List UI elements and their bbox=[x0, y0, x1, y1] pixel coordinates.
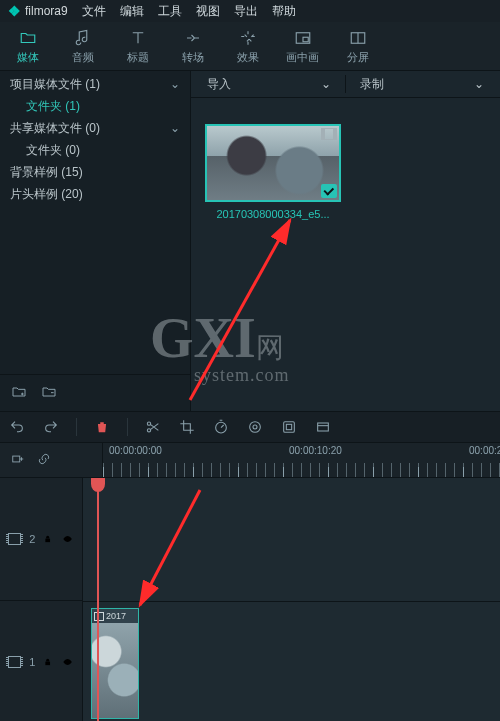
track-number: 2 bbox=[29, 533, 35, 545]
main-area: 项目媒体文件 (1) ⌄ 文件夹 (1) 共享媒体文件 (0) ⌄ 文件夹 (0… bbox=[0, 71, 500, 411]
sidebar-item-intro-samples[interactable]: 片头样例 (20) bbox=[0, 183, 190, 205]
sidebar-item-bg-samples[interactable]: 背景样例 (15) bbox=[0, 161, 190, 183]
sidebar-item-label: 文件夹 (1) bbox=[26, 98, 80, 115]
tab-transition[interactable]: 转场 bbox=[165, 22, 220, 70]
track-2-lane[interactable] bbox=[83, 478, 500, 602]
checkmark-icon bbox=[321, 184, 337, 198]
timeline-ruler[interactable]: 00:00:00:00 00:00:10:20 00:00:21: bbox=[103, 443, 500, 477]
export-clip-button[interactable] bbox=[314, 418, 332, 436]
eye-icon[interactable] bbox=[61, 657, 74, 667]
delete-button[interactable] bbox=[93, 418, 111, 436]
menu-file[interactable]: 文件 bbox=[82, 3, 106, 20]
tab-media[interactable]: 媒体 bbox=[0, 22, 55, 70]
tab-split[interactable]: 分屏 bbox=[330, 22, 385, 70]
media-area: 导入 ⌄ 录制 ⌄ 20170308000334_e5... bbox=[191, 71, 500, 411]
sidebar-item-folder2[interactable]: 文件夹 (0) bbox=[0, 139, 190, 161]
crop-button[interactable] bbox=[178, 418, 196, 436]
track-1-lane[interactable]: 2017 bbox=[83, 602, 500, 721]
speed-button[interactable] bbox=[212, 418, 230, 436]
transition-icon bbox=[183, 28, 203, 48]
folder-icon bbox=[18, 28, 38, 48]
separator bbox=[345, 75, 346, 93]
split-screen-icon bbox=[348, 28, 368, 48]
film-icon bbox=[8, 656, 21, 668]
chevron-down-icon: ⌄ bbox=[474, 77, 484, 91]
playhead[interactable] bbox=[97, 478, 99, 721]
undo-button[interactable] bbox=[8, 418, 26, 436]
tab-effect-label: 效果 bbox=[237, 50, 259, 65]
tab-pip[interactable]: 画中画 bbox=[275, 22, 330, 70]
menu-bar: ❖ filmora9 文件 编辑 工具 视图 导出 帮助 bbox=[0, 0, 500, 22]
split-button[interactable] bbox=[144, 418, 162, 436]
menu-tools[interactable]: 工具 bbox=[158, 3, 182, 20]
tab-media-label: 媒体 bbox=[17, 50, 39, 65]
menu-help[interactable]: 帮助 bbox=[272, 3, 296, 20]
sidebar-list: 项目媒体文件 (1) ⌄ 文件夹 (1) 共享媒体文件 (0) ⌄ 文件夹 (0… bbox=[0, 71, 190, 374]
music-note-icon bbox=[73, 28, 93, 48]
chevron-down-icon: ⌄ bbox=[170, 121, 180, 135]
timeline-header: 00:00:00:00 00:00:10:20 00:00:21: bbox=[0, 443, 500, 478]
eye-icon[interactable] bbox=[61, 534, 74, 544]
logo-icon: ❖ bbox=[8, 3, 21, 19]
pip-icon bbox=[293, 28, 313, 48]
new-folder-icon[interactable] bbox=[10, 384, 28, 403]
track-header-2[interactable]: 2 bbox=[0, 478, 82, 601]
svg-rect-14 bbox=[46, 662, 51, 666]
green-screen-button[interactable] bbox=[280, 418, 298, 436]
svg-point-13 bbox=[66, 538, 69, 541]
svg-rect-8 bbox=[284, 422, 295, 433]
timeline-toolbar bbox=[0, 411, 500, 443]
text-icon bbox=[128, 28, 148, 48]
svg-rect-11 bbox=[13, 456, 20, 462]
svg-point-7 bbox=[250, 422, 261, 433]
media-sidebar: 项目媒体文件 (1) ⌄ 文件夹 (1) 共享媒体文件 (0) ⌄ 文件夹 (0… bbox=[0, 71, 191, 411]
sidebar-item-label: 片头样例 (20) bbox=[10, 186, 83, 203]
sidebar-item-shared-media[interactable]: 共享媒体文件 (0) ⌄ bbox=[0, 117, 190, 139]
tab-pip-label: 画中画 bbox=[286, 50, 319, 65]
clip-label: 2017 bbox=[106, 611, 126, 621]
lock-icon[interactable] bbox=[43, 533, 52, 545]
timeline-left-header bbox=[0, 443, 103, 477]
filmstrip-icon bbox=[321, 128, 337, 140]
ruler-time-2: 00:00:21: bbox=[469, 445, 500, 456]
color-button[interactable] bbox=[246, 418, 264, 436]
tab-transition-label: 转场 bbox=[182, 50, 204, 65]
media-thumbnail[interactable]: 20170308000334_e5... bbox=[205, 124, 341, 220]
record-label: 录制 bbox=[360, 76, 384, 93]
tab-effect[interactable]: 效果 bbox=[220, 22, 275, 70]
redo-button[interactable] bbox=[42, 418, 60, 436]
tab-title[interactable]: 标题 bbox=[110, 22, 165, 70]
tab-split-label: 分屏 bbox=[347, 50, 369, 65]
svg-point-6 bbox=[253, 425, 257, 429]
track-lanes[interactable]: 2017 bbox=[83, 478, 500, 721]
ruler-time-0: 00:00:00:00 bbox=[109, 445, 162, 456]
track-header-1[interactable]: 1 bbox=[0, 601, 82, 721]
sidebar-item-folder-selected[interactable]: 文件夹 (1) bbox=[0, 95, 190, 117]
svg-rect-9 bbox=[286, 424, 291, 429]
tab-audio[interactable]: 音频 bbox=[55, 22, 110, 70]
import-dropdown[interactable]: 导入 ⌄ bbox=[197, 74, 341, 94]
sidebar-item-project-media[interactable]: 项目媒体文件 (1) ⌄ bbox=[0, 73, 190, 95]
menu-view[interactable]: 视图 bbox=[196, 3, 220, 20]
film-icon bbox=[94, 612, 104, 621]
record-dropdown[interactable]: 录制 ⌄ bbox=[350, 74, 494, 94]
timeline-body: 2 1 2017 bbox=[0, 478, 500, 721]
sidebar-item-label: 背景样例 (15) bbox=[10, 164, 83, 181]
delete-folder-icon[interactable] bbox=[40, 384, 58, 403]
ruler-time-1: 00:00:10:20 bbox=[289, 445, 342, 456]
link-icon[interactable] bbox=[36, 452, 52, 469]
import-label: 导入 bbox=[207, 76, 231, 93]
tab-audio-label: 音频 bbox=[72, 50, 94, 65]
chevron-down-icon: ⌄ bbox=[321, 77, 331, 91]
lock-icon[interactable] bbox=[43, 656, 52, 668]
menu-edit[interactable]: 编辑 bbox=[120, 3, 144, 20]
svg-point-5 bbox=[216, 422, 227, 433]
media-grid[interactable]: 20170308000334_e5... bbox=[191, 98, 500, 411]
sidebar-bottom-tools bbox=[0, 374, 190, 411]
add-track-icon[interactable] bbox=[10, 452, 26, 469]
chevron-down-icon: ⌄ bbox=[170, 77, 180, 91]
menu-export[interactable]: 导出 bbox=[234, 3, 258, 20]
app-logo: ❖ filmora9 bbox=[8, 3, 68, 19]
svg-rect-12 bbox=[46, 539, 51, 543]
film-icon bbox=[8, 533, 21, 545]
